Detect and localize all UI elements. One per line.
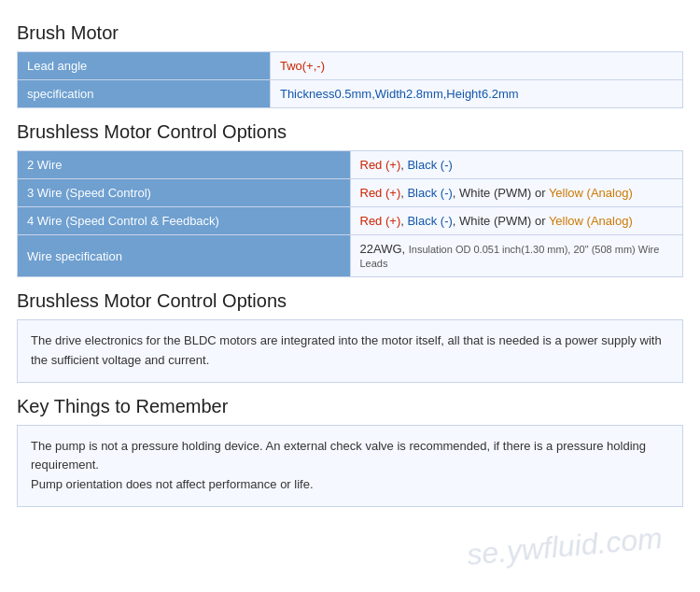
wire2-value: Red (+), Black (-) [350,151,683,179]
key-things-line1: The pump is not a pressure holding devic… [31,437,669,476]
key-things-title: Key Things to Remember [17,396,683,417]
wire3-value: Red (+), Black (-), White (PWM) or Yello… [350,179,683,207]
brushless-options-title: Brushless Motor Control Options [17,290,683,312]
table-row: Wire specification 22AWG, Insulation OD … [18,235,683,277]
brushless-control-table: 2 Wire Red (+), Black (-) 3 Wire (Speed … [17,150,683,277]
wire4-label: 4 Wire (Speed Control & Feedback) [18,207,351,235]
page-container: Brush Motor Lead angle Two(+,-) specific… [0,0,700,535]
wire3-label: 3 Wire (Speed Control) [18,179,351,207]
wire-spec-label: Wire specification [18,235,351,277]
specification-label: specification [18,80,271,108]
lead-angle-value: Two(+,-) [270,52,682,80]
table-row: 4 Wire (Speed Control & Feedback) Red (+… [18,207,683,235]
table-row: 3 Wire (Speed Control) Red (+), Black (-… [18,179,683,207]
brush-motor-title: Brush Motor [17,22,683,44]
specification-value: Thickness0.5mm,Width2.8mm,Height6.2mm [270,80,682,108]
key-things-line2: Pump orientation does not affect perform… [31,475,669,495]
table-row: Lead angle Two(+,-) [18,52,683,80]
table-row: 2 Wire Red (+), Black (-) [18,151,683,179]
table-row: specification Thickness0.5mm,Width2.8mm,… [18,80,683,108]
brush-motor-table: Lead angle Two(+,-) specification Thickn… [17,51,683,108]
brushless-control-title: Brushless Motor Control Options [17,121,683,143]
wire-spec-value: 22AWG, Insulation OD 0.051 inch(1.30 mm)… [350,235,683,277]
lead-angle-label: Lead angle [18,52,271,80]
wire4-value: Red (+), Black (-), White (PWM) or Yello… [350,207,683,235]
wire2-label: 2 Wire [18,151,351,179]
brushless-options-description: The drive electronics for the BLDC motor… [17,319,683,383]
key-things-box: The pump is not a pressure holding devic… [17,425,683,507]
